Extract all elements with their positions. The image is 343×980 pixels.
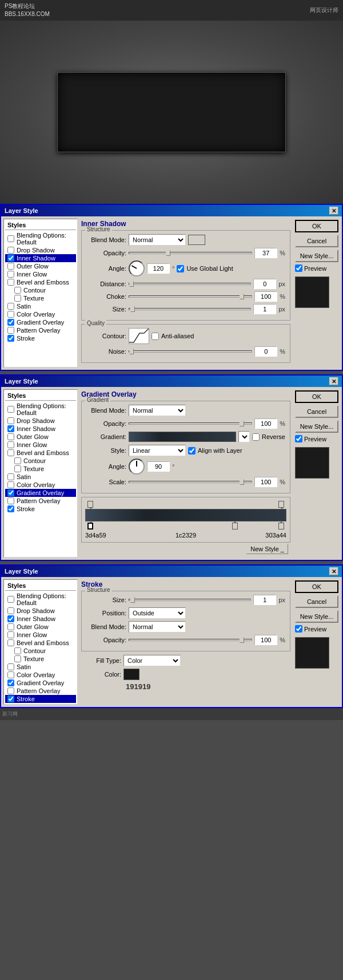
inner-shadow-checkbox-3[interactable] (7, 615, 14, 622)
style-drop-shadow-1[interactable]: Drop Shadow (5, 246, 76, 254)
noise-input-1[interactable] (254, 346, 277, 357)
blend-mode-select-2[interactable]: Normal (129, 405, 186, 416)
gradient-bar-2[interactable] (85, 509, 286, 521)
color-overlay-checkbox-3[interactable] (7, 671, 14, 678)
align-with-layer-checkbox-2[interactable] (188, 447, 196, 455)
opacity-thumb-2[interactable] (240, 421, 244, 426)
style-contour-3[interactable]: Contour (5, 647, 76, 655)
style-contour-2[interactable]: Contour (5, 457, 76, 465)
inner-shadow-checkbox-2[interactable] (7, 425, 14, 432)
angle-input-1[interactable] (147, 263, 170, 274)
opacity-thumb-3[interactable] (240, 637, 244, 643)
size-input-3[interactable] (253, 595, 276, 605)
style-stroke-2[interactable]: Stroke (5, 505, 76, 513)
inner-shadow-checkbox-1[interactable] (7, 255, 14, 262)
color-overlay-checkbox-2[interactable] (7, 481, 14, 488)
opacity-slider-2[interactable] (129, 422, 252, 425)
style-gradient-overlay-1[interactable]: Gradient Overlay (5, 318, 76, 326)
opacity-stop-right[interactable] (278, 501, 284, 508)
satin-checkbox-2[interactable] (7, 473, 14, 480)
noise-thumb-1[interactable] (129, 349, 134, 354)
style-contour-1[interactable]: Contour (5, 286, 76, 294)
style-texture-3[interactable]: Texture (5, 655, 76, 663)
style-select-2[interactable]: Linear (129, 445, 186, 456)
style-color-overlay-1[interactable]: Color Overlay (5, 310, 76, 318)
distance-thumb-1[interactable] (129, 281, 134, 287)
contour-preview-1[interactable] (129, 328, 149, 344)
blend-mode-select-1[interactable]: Normal (129, 234, 186, 246)
blend-mode-select-3[interactable]: Normal (129, 621, 186, 633)
inner-glow-checkbox-1[interactable] (7, 271, 14, 278)
gradient-swatch-2[interactable] (129, 432, 236, 442)
blend-color-swatch-1[interactable] (188, 235, 205, 245)
blending-options-checkbox-2[interactable] (7, 406, 14, 413)
opacity-slider-3[interactable] (129, 639, 252, 641)
contour-checkbox-2[interactable] (14, 457, 21, 464)
size-slider-3[interactable] (129, 599, 251, 601)
new-style-button-2[interactable]: New Style... (295, 420, 338, 433)
ok-button-1[interactable]: OK (295, 220, 338, 232)
new-style-button-3[interactable]: New Style... (295, 610, 338, 623)
color-overlay-checkbox-1[interactable] (7, 311, 14, 318)
style-pattern-overlay-2[interactable]: Pattern Overlay (5, 497, 76, 505)
reverse-checkbox-2[interactable] (252, 433, 260, 441)
satin-checkbox-3[interactable] (7, 663, 14, 670)
ok-button-3[interactable]: OK (295, 580, 338, 593)
noise-slider-1[interactable] (129, 350, 252, 353)
pattern-overlay-checkbox-2[interactable] (7, 497, 14, 504)
stroke-checkbox-1[interactable] (7, 335, 14, 342)
distance-slider-1[interactable] (129, 283, 251, 285)
size-thumb-1[interactable] (130, 306, 135, 312)
style-inner-shadow-2[interactable]: Inner Shadow (5, 425, 76, 433)
style-inner-shadow-1[interactable]: Inner Shadow (5, 254, 76, 262)
choke-input-1[interactable] (254, 291, 277, 302)
fill-type-select-3[interactable]: Color Gradient Pattern (123, 655, 181, 666)
gradient-overlay-checkbox-1[interactable] (7, 319, 14, 326)
style-inner-glow-2[interactable]: Inner Glow (5, 441, 76, 449)
style-stroke-1[interactable]: Stroke (5, 334, 76, 342)
style-bevel-emboss-2[interactable]: Bevel and Emboss (5, 449, 76, 457)
distance-input-1[interactable] (253, 279, 276, 289)
scale-thumb-2[interactable] (240, 479, 244, 485)
style-outer-glow-3[interactable]: Outer Glow (5, 623, 76, 631)
cancel-button-3[interactable]: Cancel (295, 595, 338, 608)
drop-shadow-checkbox-3[interactable] (7, 607, 14, 614)
style-inner-glow-1[interactable]: Inner Glow (5, 270, 76, 278)
style-blending-options-1[interactable]: Blending Options: Default (5, 231, 76, 246)
new-style-button-1[interactable]: New Style... (295, 250, 338, 262)
pattern-overlay-checkbox-3[interactable] (7, 687, 14, 694)
cancel-button-1[interactable]: Cancel (295, 235, 338, 247)
scale-slider-2[interactable] (129, 481, 252, 483)
choke-slider-1[interactable] (129, 295, 252, 298)
outer-glow-checkbox-2[interactable] (7, 433, 14, 440)
stroke-color-swatch-3[interactable] (123, 669, 139, 680)
style-outer-glow-1[interactable]: Outer Glow (5, 262, 76, 270)
dialog-close-1[interactable]: ✕ (329, 207, 338, 215)
outer-glow-checkbox-1[interactable] (7, 263, 14, 270)
color-stop-mid[interactable] (232, 523, 238, 529)
contour-checkbox-3[interactable] (14, 647, 21, 654)
stroke-checkbox-3[interactable] (7, 696, 14, 702)
opacity-input-1[interactable] (254, 248, 277, 258)
style-blending-options-2[interactable]: Blending Options: Default (5, 402, 76, 417)
style-inner-shadow-3[interactable]: Inner Shadow (5, 615, 76, 623)
style-gradient-overlay-3[interactable]: Gradient Overlay (5, 679, 76, 687)
opacity-input-2[interactable] (254, 418, 277, 429)
style-stroke-3[interactable]: Stroke (5, 695, 76, 703)
opacity-stop-left[interactable] (87, 501, 93, 508)
size-thumb-3[interactable] (130, 597, 135, 603)
ok-button-2[interactable]: OK (295, 390, 338, 403)
angle-dial-1[interactable] (129, 260, 145, 276)
style-bevel-emboss-1[interactable]: Bevel and Emboss (5, 278, 76, 286)
texture-checkbox-3[interactable] (14, 655, 21, 662)
preview-checkbox-3[interactable] (295, 625, 302, 633)
blending-options-checkbox-3[interactable] (7, 596, 14, 603)
style-color-overlay-3[interactable]: Color Overlay (5, 671, 76, 679)
style-satin-3[interactable]: Satin (5, 663, 76, 671)
bevel-emboss-checkbox-1[interactable] (7, 279, 14, 286)
angle-dial-2[interactable] (129, 459, 145, 475)
pattern-overlay-checkbox-1[interactable] (7, 327, 14, 334)
inner-glow-checkbox-3[interactable] (7, 631, 14, 638)
style-inner-glow-3[interactable]: Inner Glow (5, 631, 76, 639)
angle-input-2[interactable] (147, 461, 170, 472)
